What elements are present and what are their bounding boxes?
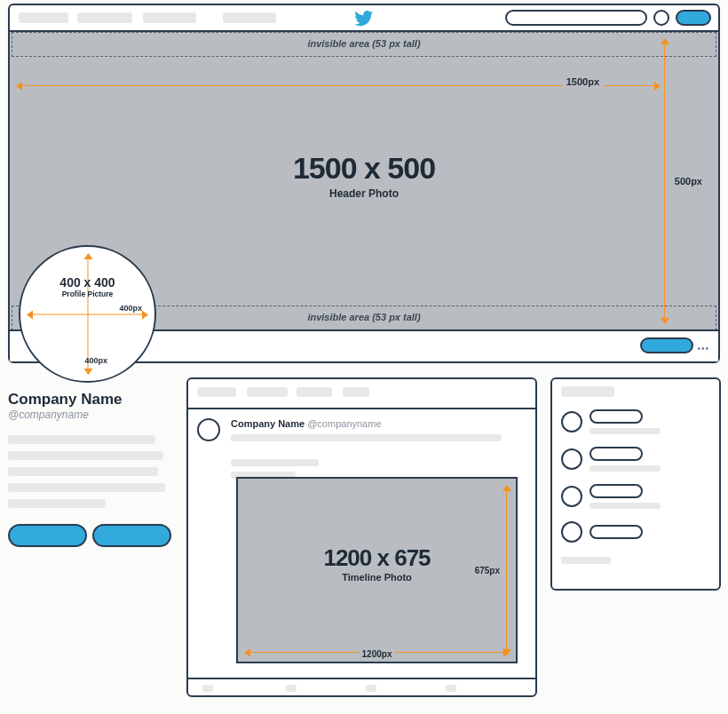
suggestion-row <box>561 521 710 543</box>
profile-sidebar: Company Name @companyname <box>8 391 171 547</box>
timeline-photo-dimensions: 1200 x 675 <box>323 543 430 571</box>
tweet-author: Company Name @companyname <box>231 418 525 429</box>
timeline-tab[interactable] <box>247 387 288 397</box>
pfp-width-dimension <box>28 313 148 314</box>
placeholder-line <box>8 467 158 476</box>
suggestion-row <box>561 409 710 434</box>
placeholder-line <box>590 503 661 509</box>
tweet-author-handle: @companyname <box>307 418 381 429</box>
timeline-height-label: 675px <box>475 566 500 575</box>
placeholder-line <box>202 685 213 692</box>
placeholder-line <box>8 435 155 444</box>
timeline-tab[interactable] <box>197 387 236 397</box>
suggestions-footer <box>561 557 611 564</box>
invisible-area-label: invisible area (53 px tall) <box>307 312 420 322</box>
timeline-card: Company Name @companyname 1200 x 675 Tim… <box>186 377 537 697</box>
tweet: Company Name @companyname <box>188 409 535 479</box>
tweet-avatar[interactable] <box>197 418 220 441</box>
placeholder-line <box>8 499 106 508</box>
more-options-icon[interactable]: ••• <box>697 344 709 353</box>
header-height-label: 500px <box>675 176 702 186</box>
pfp-height-label: 400px <box>84 356 107 365</box>
suggestions-heading <box>561 386 614 397</box>
placeholder-line <box>446 685 456 692</box>
tweet-button[interactable] <box>676 10 711 26</box>
profile-picture-area: 400 x 400 Profile Picture 400px 400px <box>19 245 156 383</box>
company-name: Company Name <box>8 391 171 409</box>
timeline-tabs <box>188 379 535 408</box>
company-handle: @companyname <box>8 409 171 421</box>
nav-tab[interactable] <box>143 12 196 23</box>
profile-frame: invisible area (53 px tall) 1500px 500px… <box>8 4 720 363</box>
follow-button[interactable] <box>640 337 693 353</box>
nav-tab[interactable] <box>19 12 68 23</box>
nav-tab[interactable] <box>77 12 132 23</box>
placeholder-line <box>8 451 163 460</box>
pfp-dimensions-text: 400 x 400 Profile Picture <box>59 275 115 298</box>
suggestions-card <box>550 377 721 591</box>
follow-button[interactable] <box>590 409 643 424</box>
header-dimensions: 1500 x 500 <box>293 151 435 186</box>
timeline-photo-label: Timeline Photo <box>323 571 430 582</box>
pfp-width-label: 400px <box>119 304 142 313</box>
timeline-width-label: 1200px <box>360 649 395 659</box>
sidebar-action-button[interactable] <box>8 524 87 547</box>
header-label: Header Photo <box>293 187 435 200</box>
follow-button[interactable] <box>590 447 643 461</box>
placeholder-line <box>366 685 376 692</box>
timeline-tab[interactable] <box>297 387 332 397</box>
suggestion-row <box>561 484 710 509</box>
timeline-height-dimension <box>506 486 507 654</box>
twitter-bird-icon <box>354 11 374 30</box>
follow-button[interactable] <box>590 484 643 498</box>
timeline-photo-area: 1200 x 675 Timeline Photo 675px 1200px <box>236 477 518 663</box>
pfp-dimensions: 400 x 400 <box>59 275 115 290</box>
tweet-author-name: Company Name <box>231 418 305 429</box>
follow-button[interactable] <box>590 525 643 539</box>
suggestion-avatar[interactable] <box>561 521 582 543</box>
placeholder-line <box>590 428 661 434</box>
placeholder-line <box>8 483 165 492</box>
placeholder-line <box>231 459 319 466</box>
top-nav <box>10 5 718 32</box>
suggestion-avatar[interactable] <box>561 411 582 432</box>
pfp-label: Profile Picture <box>59 290 115 298</box>
nav-tab[interactable] <box>223 12 276 23</box>
search-input[interactable] <box>505 10 647 26</box>
timeline-footer <box>188 678 535 695</box>
account-avatar[interactable] <box>653 10 669 26</box>
timeline-tab[interactable] <box>343 387 369 397</box>
placeholder-line <box>286 685 297 692</box>
placeholder-line <box>231 434 502 441</box>
sidebar-action-button[interactable] <box>92 524 171 547</box>
header-dimensions-text: 1500 x 500 Header Photo <box>293 151 435 200</box>
suggestion-avatar[interactable] <box>561 448 582 470</box>
suggestion-avatar[interactable] <box>561 486 582 507</box>
placeholder-line <box>590 465 661 472</box>
header-height-dimension <box>664 39 665 323</box>
invisible-area-top: invisible area (53 px tall) <box>12 32 716 57</box>
header-width-label: 1500px <box>563 76 603 87</box>
suggestion-row <box>561 447 710 472</box>
invisible-area-label: invisible area (53 px tall) <box>307 38 420 49</box>
